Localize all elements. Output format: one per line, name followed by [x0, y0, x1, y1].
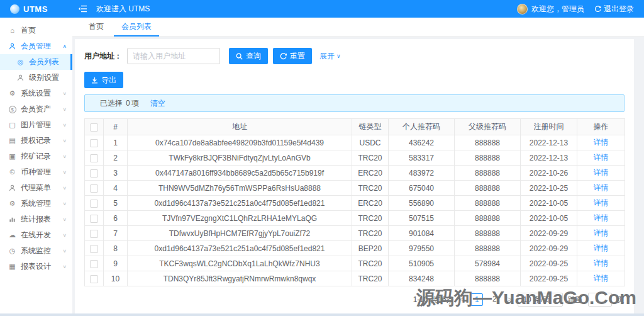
cell-chain-type: TRC20 — [352, 271, 389, 286]
detail-link[interactable]: 详情 — [594, 168, 609, 177]
page-2-button[interactable]: 2 — [488, 293, 501, 306]
cell-reg-time: 2022-10-05 — [521, 211, 577, 226]
cell-index: 9 — [104, 256, 128, 271]
logo[interactable]: UTMS — [0, 4, 72, 14]
cell-address: TWkFy8krBJQF3BNiFdtyqZjvLtyLoAnGVb — [128, 150, 352, 166]
detail-link[interactable]: 详情 — [594, 183, 609, 192]
reset-button[interactable]: 重置 — [273, 48, 312, 64]
detail-link[interactable]: 详情 — [594, 138, 609, 147]
clock-icon: ◷ — [8, 247, 16, 254]
detail-link[interactable]: 详情 — [594, 274, 609, 283]
row-checkbox[interactable] — [90, 260, 98, 268]
detail-link[interactable]: 详情 — [594, 198, 609, 207]
row-checkbox[interactable] — [90, 184, 98, 193]
row-checkbox[interactable] — [90, 275, 98, 283]
welcome-text: 欢迎进入 UTMS — [96, 4, 150, 14]
sidebar-item-system-monitor[interactable]: ◷ 系统监控 ∨ — [0, 243, 72, 259]
row-checkbox[interactable] — [90, 230, 98, 238]
query-button[interactable]: 查询 — [229, 48, 268, 64]
prev-page-button[interactable]: < — [458, 295, 465, 304]
cloud-icon: ☁ — [8, 232, 16, 239]
agent-icon — [8, 184, 16, 191]
cell-parent-code: 888888 — [455, 226, 521, 241]
row-checkbox[interactable] — [90, 169, 98, 178]
cell-index: 3 — [104, 166, 128, 181]
sidebar-item-member-management[interactable]: 会员管理 ∧ — [0, 38, 72, 54]
top-header: UTMS 欢迎进入 UTMS 欢迎您，管理员 退出登录 — [0, 0, 644, 18]
cell-address: 0x74ca107de8a8abfee498209b3fd01159e5f4d4… — [128, 135, 352, 150]
row-checkbox[interactable] — [90, 154, 98, 162]
cell-address: TDfwvxUyBfHpHCM7EfR7gjyYpL7ouiZf72 — [128, 226, 352, 241]
cell-chain-type: ERC20 — [352, 166, 389, 181]
sidebar-item-authorization-records[interactable]: ▤ 授权记录 ∨ — [0, 133, 72, 149]
row-checkbox[interactable] — [90, 200, 98, 208]
export-button[interactable]: 导出 — [84, 72, 123, 88]
row-checkbox[interactable] — [90, 215, 98, 223]
sidebar-item-system-settings[interactable]: ⚙ 系统设置 ∨ — [0, 86, 72, 101]
row-checkbox[interactable] — [90, 139, 98, 147]
level-icon — [16, 74, 25, 81]
logout-label: 退出登录 — [604, 4, 634, 14]
cell-address: TKCF3wqsWLC2gNCDbXq1LaLhQkWfz7NHU3 — [128, 256, 352, 271]
user-address-input[interactable] — [127, 48, 220, 64]
cell-personal-code: 483972 — [389, 166, 455, 181]
cell-index: 2 — [104, 150, 128, 166]
sidebar-item-member-assets[interactable]: $ 会员资产 ∨ — [0, 101, 72, 117]
sidebar-item-mining-records[interactable]: ▣ 挖矿记录 ∨ — [0, 149, 72, 164]
chevron-down-icon: ∨ — [62, 170, 67, 175]
bar-chart-icon — [8, 216, 16, 223]
avatar[interactable] — [517, 4, 528, 14]
detail-link[interactable]: 详情 — [594, 244, 609, 252]
cell-index: 6 — [104, 211, 128, 226]
sidebar-item-level-settings[interactable]: 级别设置 — [0, 70, 72, 86]
cell-personal-code: 583317 — [389, 150, 455, 166]
chevron-down-icon: ∨ — [62, 233, 67, 238]
user-icon — [8, 43, 16, 50]
sidebar-item-online-development[interactable]: ☁ 在线开发 ∨ — [0, 227, 72, 243]
pagination-total: 1-10 共16条 — [413, 295, 454, 305]
table-row: 2 TWkFy8krBJQF3BNiFdtyqZjvLtyLoAnGVb TRC… — [85, 150, 625, 166]
member-table: # 地址 链类型 个人推荐码 父级推荐码 注册时间 操作 — [84, 118, 625, 286]
sidebar-item-member-list[interactable]: ◎ 会员列表 — [0, 54, 72, 70]
page-size-select[interactable]: 10 条/页 ∨ — [518, 293, 563, 307]
cell-parent-code: 888888 — [455, 211, 521, 226]
cell-reg-time: 2022-09-29 — [521, 226, 577, 241]
table-row: 6 TJVfn97VEzgngXtC1LQhRzLRHA1eMYLaQG TRC… — [85, 211, 625, 226]
chevron-down-icon: ∨ — [62, 186, 67, 191]
tab-member-list[interactable]: 会员列表 — [114, 18, 159, 37]
next-page-button[interactable]: > — [506, 295, 513, 304]
page-1-button[interactable]: 1 — [470, 293, 483, 306]
sidebar-item-report-design[interactable]: ▦ 报表设计 ∨ — [0, 259, 72, 274]
logo-text: UTMS — [23, 4, 48, 14]
selected-prefix: 已选择 — [100, 98, 123, 109]
sidebar-item-coin-management[interactable]: © 币种管理 ∨ — [0, 164, 72, 180]
detail-link[interactable]: 详情 — [594, 229, 609, 237]
detail-link[interactable]: 详情 — [594, 153, 609, 162]
refresh-icon — [280, 53, 287, 60]
select-all-checkbox[interactable] — [90, 123, 98, 132]
detail-link[interactable]: 详情 — [594, 259, 609, 268]
row-checkbox[interactable] — [90, 245, 98, 253]
col-chain-type: 链类型 — [352, 119, 389, 135]
collapse-menu-icon[interactable] — [79, 5, 87, 13]
logo-icon — [10, 4, 19, 14]
logout-button[interactable]: 退出登录 — [594, 4, 634, 14]
sidebar-item-agent-menu[interactable]: 代理菜单 ∨ — [0, 180, 72, 196]
jump-page-input[interactable] — [588, 293, 612, 307]
card-icon: ▤ — [8, 137, 16, 144]
cell-chain-type: BEP20 — [352, 241, 389, 256]
clear-selection-link[interactable]: 清空 — [150, 98, 165, 109]
sidebar-item-image-management[interactable]: ▢ 图片管理 ∨ — [0, 117, 72, 133]
expand-link[interactable]: 展开 ∨ — [319, 51, 341, 62]
address-field-label: 用户地址： — [84, 51, 122, 62]
tab-home[interactable]: 首页 — [81, 18, 111, 37]
col-action: 操作 — [577, 119, 625, 135]
sidebar-item-system-management[interactable]: ⚙ 系统管理 ∨ — [0, 196, 72, 212]
sidebar-item-home[interactable]: ⌂ 首页 — [0, 23, 72, 38]
detail-link[interactable]: 详情 — [594, 213, 609, 222]
logout-icon — [594, 6, 601, 13]
toolbar: 导出 — [84, 72, 625, 88]
sidebar-item-statistics-report[interactable]: 统计报表 ∨ — [0, 212, 72, 227]
chevron-down-icon: ∨ — [62, 249, 67, 254]
selected-suffix: 项 — [131, 98, 139, 109]
